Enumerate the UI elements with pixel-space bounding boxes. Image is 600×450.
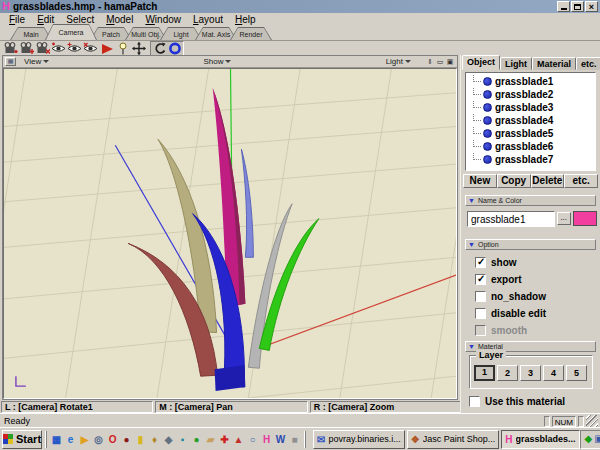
notes-icon[interactable]: ▰: [204, 432, 217, 447]
use-material-checkbox[interactable]: [469, 396, 480, 407]
object-list[interactable]: grassblade1 grassblade2 grassblade3 gras…: [465, 72, 596, 171]
object-action-button[interactable]: etc.: [564, 174, 598, 188]
object-list-item[interactable]: grassblade7: [470, 153, 595, 166]
resize-grip[interactable]: [586, 415, 598, 427]
color-browse-button[interactable]: ...: [557, 212, 571, 225]
tv-tuner-icon[interactable]: ▮: [134, 432, 147, 447]
realplayer-icon[interactable]: ●: [120, 432, 133, 447]
mode-tab[interactable]: Camera: [45, 24, 97, 40]
panel-tab[interactable]: Light: [500, 57, 532, 70]
menu-item[interactable]: Edit: [31, 14, 60, 25]
taskbar-divider[interactable]: [45, 431, 47, 448]
camera-icon[interactable]: [3, 42, 18, 55]
opera-icon[interactable]: O: [106, 432, 119, 447]
viewport-menu[interactable]: Light: [386, 57, 411, 66]
viewport-grid-icon[interactable]: ▦: [5, 57, 16, 66]
close-button[interactable]: ×: [585, 1, 598, 12]
panel-tab[interactable]: etc.: [576, 57, 600, 70]
option-checkbox[interactable]: [475, 257, 486, 268]
viewport-3d-canvas[interactable]: [3, 68, 457, 399]
maximize-button[interactable]: [571, 1, 584, 12]
eye-add-icon[interactable]: [67, 42, 82, 55]
taskbar: Start ▦e▶◎O●▮♦◈▪●▰✚▲○HW■ ✉ povray.binari…: [0, 427, 600, 450]
viewport-pane-control-icon[interactable]: ▭: [435, 58, 445, 66]
light-pin-icon[interactable]: [115, 42, 130, 55]
word-icon[interactable]: W: [274, 432, 287, 447]
object-action-button[interactable]: Copy: [497, 174, 531, 188]
first-aid-icon[interactable]: ✚: [218, 432, 231, 447]
object-panel: ObjectLightMaterialetc. grassblade1 gras…: [460, 55, 600, 413]
icq-icon[interactable]: ●: [190, 432, 203, 447]
object-color-swatch[interactable]: [573, 211, 597, 226]
media-play-icon[interactable]: ▶: [78, 432, 91, 447]
camera-delete-icon[interactable]: [35, 42, 50, 55]
scheduler-icon[interactable]: ◆: [585, 434, 593, 444]
move-cross-icon[interactable]: [131, 42, 146, 55]
task-window-button[interactable]: ✉ povray.binaries.i...: [313, 430, 405, 449]
eye-icon[interactable]: [51, 42, 66, 55]
object-list-item[interactable]: grassblade3: [470, 101, 595, 114]
object-list-item[interactable]: grassblade1: [470, 75, 595, 88]
patch-object-icon: [483, 77, 492, 86]
viewport-menu[interactable]: View: [24, 57, 49, 66]
menu-item[interactable]: File: [3, 14, 31, 25]
image-viewer-icon[interactable]: ◎: [92, 432, 105, 447]
option-checkbox[interactable]: [475, 325, 486, 336]
viewport-pane-control-icon[interactable]: ▣: [445, 58, 455, 66]
volume-icon[interactable]: ♦: [148, 432, 161, 447]
object-list-item[interactable]: grassblade4: [470, 114, 595, 127]
layer-button[interactable]: 1: [474, 365, 495, 381]
menu-item[interactable]: Window: [139, 14, 187, 25]
option-checkbox[interactable]: [475, 291, 486, 302]
section-option[interactable]: ▼ Option: [465, 239, 596, 250]
object-list-item[interactable]: grassblade2: [470, 88, 595, 101]
camera-add-icon[interactable]: [19, 42, 34, 55]
minimize-icon: [561, 8, 567, 10]
object-list-item[interactable]: grassblade6: [470, 140, 595, 153]
menu-item[interactable]: Layout: [187, 14, 229, 25]
mode-tab[interactable]: Patch: [90, 27, 132, 40]
menu-item[interactable]: Model: [100, 14, 139, 25]
task-window-button[interactable]: H grassblades...: [501, 430, 579, 449]
display-icon[interactable]: ▣: [594, 434, 600, 444]
messenger-icon[interactable]: ▪: [176, 432, 189, 447]
object-action-button[interactable]: New: [463, 174, 497, 188]
rotate-black-icon[interactable]: [152, 42, 167, 55]
viewport-menu[interactable]: Show: [203, 57, 231, 66]
object-name-input[interactable]: grassblade1: [467, 211, 555, 227]
panel-tab[interactable]: Material: [532, 57, 576, 70]
globe-time-icon[interactable]: ○: [246, 432, 259, 447]
task-window-buttons: ✉ povray.binaries.i... ❖ Jasc Paint Shop…: [313, 430, 580, 449]
rotate-blue-icon[interactable]: [167, 42, 182, 55]
dialer-icon[interactable]: ◈: [162, 432, 175, 447]
object-list-item[interactable]: grassblade5: [470, 127, 595, 140]
layer-button[interactable]: 2: [497, 365, 518, 381]
viewport-pane-control-icon[interactable]: ‖: [425, 58, 435, 66]
panel-tab[interactable]: Object: [462, 55, 500, 70]
internet-explorer-icon[interactable]: e: [64, 432, 77, 447]
mode-tab[interactable]: Main: [10, 27, 52, 40]
mail-icon[interactable]: ▲: [232, 432, 245, 447]
mode-tab[interactable]: Mat. Axis: [195, 27, 237, 40]
minimize-button[interactable]: [557, 1, 570, 12]
start-button[interactable]: Start: [2, 430, 42, 449]
object-action-button[interactable]: Delete: [531, 174, 565, 188]
layer-button[interactable]: 5: [566, 365, 587, 381]
mode-tab[interactable]: Render: [230, 27, 272, 40]
option-checkbox[interactable]: [475, 274, 486, 285]
mode-tab[interactable]: Multi Obj.: [125, 27, 167, 40]
misc-app-icon[interactable]: ■: [288, 432, 301, 447]
layer-button[interactable]: 4: [543, 365, 564, 381]
option-checkbox[interactable]: [475, 308, 486, 319]
taskbar-divider[interactable]: [304, 431, 306, 448]
section-name-color[interactable]: ▼ Name & Color: [465, 195, 596, 206]
menu-item[interactable]: Help: [229, 14, 262, 25]
layer-button[interactable]: 3: [520, 365, 541, 381]
mode-tab[interactable]: Light: [160, 27, 202, 40]
eye-delete-icon[interactable]: [83, 42, 98, 55]
hamapatch-quick-icon[interactable]: H: [260, 432, 273, 447]
task-window-button[interactable]: ❖ Jasc Paint Shop...: [407, 430, 500, 449]
chart-app-icon[interactable]: ▦: [50, 432, 63, 447]
render-play-icon[interactable]: [99, 42, 114, 55]
menu-item[interactable]: Select: [60, 14, 100, 25]
